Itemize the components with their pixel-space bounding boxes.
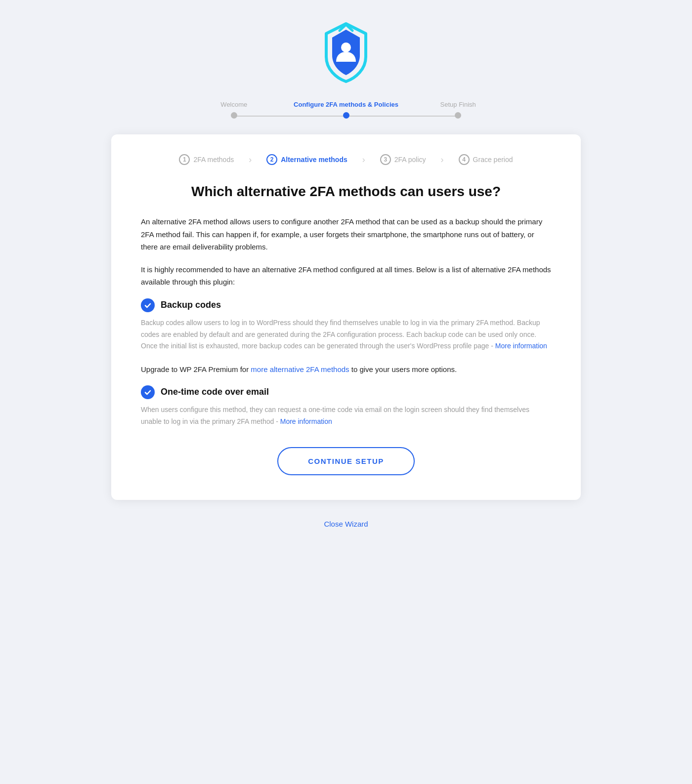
tab-grace-period[interactable]: 4 Grace period [459, 154, 513, 165]
tab-separator-3: › [441, 155, 444, 165]
svg-point-0 [341, 42, 351, 52]
backup-codes-check-icon [141, 298, 155, 312]
page-title: Which alternative 2FA methods can users … [141, 183, 551, 201]
tab-separator-2: › [362, 155, 365, 165]
email-code-check-icon [141, 385, 155, 399]
upgrade-link[interactable]: more alternative 2FA methods [251, 365, 349, 373]
email-code-name: One-time code over email [161, 387, 269, 397]
method-backup-codes: Backup codes Backup codes allow users to… [141, 298, 551, 352]
tab-num-2: 2 [266, 154, 277, 165]
method-email-code: One-time code over email When users conf… [141, 385, 551, 428]
tab-separator-1: › [249, 155, 252, 165]
progress-steps: Welcome Configure 2FA methods & Policies… [178, 101, 514, 119]
tab-num-4: 4 [459, 154, 470, 165]
continue-btn-container: CONTINUE SETUP [141, 447, 551, 475]
email-code-desc: When users configure this method, they c… [141, 404, 551, 428]
body-paragraph-1: An alternative 2FA method allows users t… [141, 215, 551, 253]
tab-label-alternative-methods: Alternative methods [281, 156, 347, 164]
tab-num-1: 1 [179, 154, 190, 165]
tab-2fa-policy[interactable]: 3 2FA policy [380, 154, 426, 165]
upgrade-text-before: Upgrade to WP 2FA Premium for [141, 365, 251, 373]
sub-tabs: 1 2FA methods › 2 Alternative methods › … [141, 154, 551, 165]
step-dot-welcome [231, 112, 237, 119]
continue-setup-button[interactable]: CONTINUE SETUP [277, 447, 415, 475]
tab-2fa-methods[interactable]: 1 2FA methods [179, 154, 234, 165]
tab-label-2fa-policy: 2FA policy [394, 156, 426, 164]
method-email-code-header: One-time code over email [141, 385, 551, 399]
upgrade-notice: Upgrade to WP 2FA Premium for more alter… [141, 364, 551, 375]
backup-codes-desc: Backup codes allow users to log in to Wo… [141, 317, 551, 352]
method-backup-codes-header: Backup codes [141, 298, 551, 312]
email-code-more-link[interactable]: More information [280, 417, 332, 425]
tab-num-3: 3 [380, 154, 391, 165]
backup-codes-name: Backup codes [161, 300, 221, 310]
step-label-configure: Configure 2FA methods & Policies [294, 101, 398, 108]
backup-codes-more-link[interactable]: More information [495, 342, 547, 350]
close-wizard-link[interactable]: Close Wizard [324, 520, 368, 528]
logo [319, 20, 373, 86]
tab-label-2fa-methods: 2FA methods [193, 156, 234, 164]
step-label-welcome: Welcome [220, 101, 247, 108]
main-card: 1 2FA methods › 2 Alternative methods › … [111, 134, 581, 500]
body-paragraph-2: It is highly recommended to have an alte… [141, 263, 551, 289]
step-label-finish: Setup Finish [440, 101, 476, 108]
step-dot-configure [343, 112, 349, 119]
tab-label-grace-period: Grace period [473, 156, 513, 164]
upgrade-text-after: to give your users more options. [349, 365, 457, 373]
step-dot-finish [455, 112, 461, 119]
tab-alternative-methods[interactable]: 2 Alternative methods [266, 154, 347, 165]
